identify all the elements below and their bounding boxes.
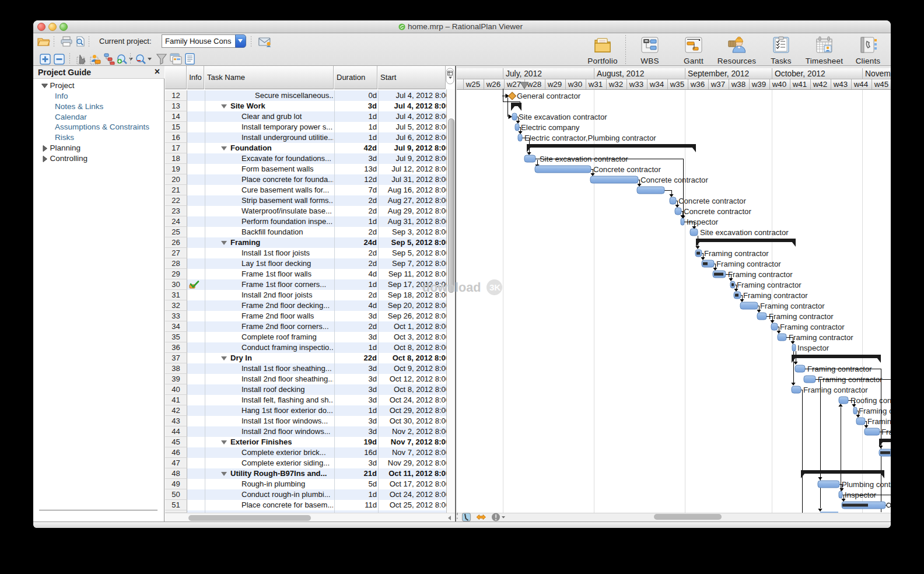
- svg-text:Framing contractor: Framing contractor: [780, 323, 845, 331]
- svg-text:October, 2012: October, 2012: [775, 69, 825, 78]
- svg-text:Framing contractor: Framing contractor: [867, 417, 891, 426]
- svg-text:w41: w41: [792, 80, 807, 89]
- svg-text:Framing contractor: Framing contractor: [743, 291, 808, 300]
- svg-text:w40: w40: [772, 80, 787, 89]
- svg-text:Roofing contractor: Roofing contractor: [850, 396, 891, 405]
- svg-text:August, 2012: August, 2012: [597, 69, 644, 78]
- svg-text:w31: w31: [588, 80, 603, 89]
- svg-text:September, 2012: September, 2012: [688, 69, 749, 78]
- svg-text:w43: w43: [833, 80, 848, 89]
- svg-text:w30: w30: [568, 80, 583, 89]
- svg-text:w44: w44: [853, 80, 869, 89]
- svg-text:Concrete contractor: Concrete contractor: [678, 197, 746, 205]
- svg-text:Framing contractor: Framing contractor: [859, 407, 891, 415]
- svg-text:w36: w36: [690, 80, 705, 89]
- svg-text:Electric contractor,Plumbing c: Electric contractor,Plumbing contractor: [524, 134, 656, 142]
- svg-text:Framing contractor: Framing contractor: [716, 260, 781, 268]
- svg-text:w27: w27: [506, 80, 522, 89]
- svg-text:w34: w34: [649, 80, 664, 89]
- svg-text:w45: w45: [874, 80, 889, 89]
- svg-text:Framing contractor: Framing contractor: [760, 302, 825, 310]
- svg-text:General contractor: General contractor: [517, 92, 581, 100]
- svg-text:w37: w37: [710, 80, 726, 89]
- svg-text:Electric company: Electric company: [521, 123, 580, 132]
- svg-text:w28: w28: [527, 80, 542, 89]
- svg-text:w35: w35: [670, 80, 685, 89]
- svg-text:July, 2012: July, 2012: [506, 69, 542, 78]
- svg-text:Site excavation contractor: Site excavation contractor: [519, 113, 607, 121]
- svg-text:Framing contractor: Framing contractor: [737, 281, 802, 289]
- svg-text:Concrete contractor: Concrete contractor: [684, 207, 751, 216]
- svg-text:w38: w38: [731, 80, 746, 89]
- svg-text:w32: w32: [608, 80, 624, 89]
- svg-text:w39: w39: [751, 80, 766, 89]
- svg-text:Framing contractor: Framing contractor: [769, 312, 834, 321]
- svg-text:Framing contractor: Framing contractor: [789, 333, 853, 342]
- svg-text:w33: w33: [629, 80, 644, 89]
- svg-text:Concrete contractor: Concrete contractor: [593, 165, 661, 174]
- svg-text:Inspector: Inspector: [797, 344, 830, 352]
- svg-text:November, 20: November, 20: [865, 69, 891, 78]
- svg-text:Framing contractor: Framing contractor: [803, 386, 868, 394]
- svg-text:Framing contractor: Framing contractor: [728, 270, 793, 279]
- svg-text:Plumbing contractor: Plumbing contractor: [842, 480, 891, 489]
- svg-text:Framing contractor: Framing contractor: [704, 249, 769, 258]
- svg-text:Site excavation contractor: Site excavation contractor: [700, 228, 789, 237]
- svg-text:w29: w29: [547, 80, 562, 89]
- svg-text:w42: w42: [813, 80, 828, 89]
- svg-text:w26: w26: [486, 80, 501, 89]
- svg-text:w25: w25: [466, 80, 481, 89]
- svg-text:Concrete contractor: Concrete contractor: [640, 176, 708, 184]
